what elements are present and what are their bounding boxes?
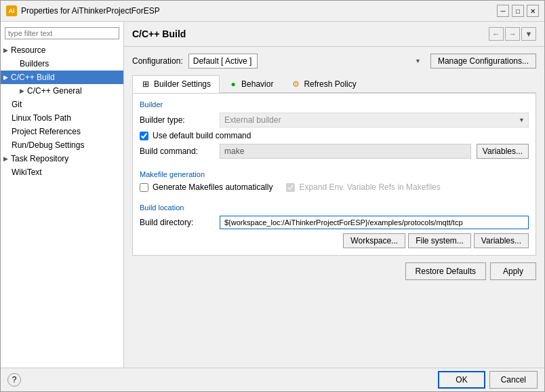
panel-body: Configuration: Default [ Active ] Manage… (124, 47, 544, 368)
makefile-section-label: Makefile generation (140, 170, 529, 178)
tabs-container: ⊞ Builder Settings ● Behavior ⚙ Refresh … (132, 75, 536, 93)
use-default-row: Use default build command (140, 131, 529, 140)
expand-vars-row: Expand Env. Variable Refs in Makefiles (286, 182, 440, 192)
workspace-button[interactable]: Workspace... (343, 233, 405, 248)
sidebar-item-resource[interactable]: ▶ Resource (1, 43, 123, 57)
builder-section: Builder Builder type: External builder (140, 100, 529, 162)
expand-vars-label: Expand Env. Variable Refs in Makefiles (299, 182, 440, 192)
config-label: Configuration: (132, 56, 183, 66)
build-location-label: Build location (140, 203, 529, 212)
nav-buttons: ← → ▼ (489, 27, 536, 41)
arrow-icon: ▶ (3, 155, 8, 162)
tab-label: Refresh Policy (304, 79, 356, 89)
sidebar-item-label: Builders (20, 59, 49, 68)
config-select[interactable]: Default [ Active ] (188, 54, 258, 68)
filter-input[interactable] (5, 27, 119, 39)
expand-vars-checkbox (286, 183, 295, 192)
panel-title: C/C++ Build (132, 28, 186, 39)
refresh-policy-icon: ⚙ (291, 79, 300, 89)
config-select-wrapper: Default [ Active ] (188, 54, 425, 68)
build-dir-label: Build directory: (140, 218, 214, 227)
sidebar-item-label: Task Repository (11, 154, 68, 163)
sidebar-item-cpp-general[interactable]: ▶ C/C++ General (1, 84, 123, 98)
builder-type-row: Builder type: External builder (140, 113, 529, 128)
sidebar-item-cpp-build[interactable]: ▶ C/C++ Build (1, 71, 123, 84)
builder-type-label: Builder type: (140, 115, 214, 125)
manage-configurations-button[interactable]: Manage Configurations... (430, 54, 536, 68)
tab-label: Behavior (241, 79, 273, 89)
main-content: ▶ Resource Builders ▶ C/C++ Build ▶ C/C+… (1, 22, 544, 368)
sidebar-item-project-refs[interactable]: Project References (1, 125, 123, 138)
build-dir-input[interactable] (220, 216, 529, 229)
forward-button[interactable]: → (505, 27, 520, 41)
build-location-section: Build location Build directory: Workspac… (140, 203, 529, 248)
sidebar-item-label: Git (12, 100, 22, 109)
title-controls: ─ □ ✕ (497, 5, 539, 17)
sidebar-item-label: Project References (12, 127, 81, 136)
use-default-label: Use default build command (153, 131, 251, 140)
back-button[interactable]: ← (489, 27, 504, 41)
right-panel: C/C++ Build ← → ▼ Configuration: Default… (124, 22, 544, 368)
build-command-variables-button[interactable]: Variables... (477, 144, 529, 159)
sidebar-item-label: WikiText (12, 168, 42, 177)
arrow-icon: ▶ (20, 87, 24, 94)
sidebar-item-git[interactable]: Git (1, 98, 123, 111)
cancel-button[interactable]: Cancel (489, 371, 538, 389)
tab-builder-settings[interactable]: ⊞ Builder Settings (132, 75, 220, 93)
build-dir-buttons: Workspace... File system... Variables... (140, 233, 529, 248)
ok-button[interactable]: OK (438, 371, 485, 389)
tab-behavior[interactable]: ● Behavior (220, 75, 282, 92)
arrow-icon: ▶ (3, 74, 8, 81)
close-button[interactable]: ✕ (527, 5, 539, 17)
build-dir-row: Build directory: (140, 216, 529, 229)
sidebar-item-linux-tools[interactable]: Linux Tools Path (1, 111, 123, 125)
config-row: Configuration: Default [ Active ] Manage… (132, 54, 536, 68)
sidebar-item-label: C/C++ General (27, 86, 82, 96)
help-button[interactable]: ? (7, 373, 21, 387)
makefile-section: Makefile generation Generate Makefiles a… (140, 170, 529, 195)
settings-area: Builder Builder type: External builder (132, 93, 536, 256)
build-command-label: Build command: (140, 146, 214, 156)
restore-defaults-button[interactable]: Restore Defaults (405, 262, 486, 280)
sidebar-item-label: Run/Debug Settings (12, 140, 84, 150)
arrow-icon: ▶ (3, 47, 8, 54)
panel-header: C/C++ Build ← → ▼ (124, 22, 544, 47)
sidebar-item-label: C/C++ Build (11, 73, 55, 82)
builder-settings-icon: ⊞ (141, 79, 150, 89)
generate-makefiles-checkbox[interactable] (140, 183, 148, 192)
sidebar-item-builders[interactable]: Builders (1, 57, 123, 71)
build-command-input[interactable] (220, 144, 471, 159)
sidebar: ▶ Resource Builders ▶ C/C++ Build ▶ C/C+… (1, 22, 124, 368)
sidebar-item-task-repo[interactable]: ▶ Task Repository (1, 152, 123, 165)
dropdown-button[interactable]: ▼ (521, 27, 536, 41)
file-system-button[interactable]: File system... (408, 233, 471, 248)
apply-button[interactable]: Apply (490, 262, 536, 280)
generate-makefiles-label: Generate Makefiles automatically (153, 182, 272, 192)
title-bar: Ai Properties for AiThinkerProjectForESP… (1, 1, 544, 22)
behavior-icon: ● (228, 79, 238, 89)
makefile-options-row: Generate Makefiles automatically Expand … (140, 182, 529, 195)
maximize-button[interactable]: □ (512, 5, 524, 17)
tabs-area: ⊞ Builder Settings ● Behavior ⚙ Refresh … (132, 75, 536, 256)
sidebar-item-run-debug[interactable]: Run/Debug Settings (1, 138, 123, 152)
tab-refresh-policy[interactable]: ⚙ Refresh Policy (282, 75, 365, 92)
window-title: Properties for AiThinkerProjectForESP (21, 6, 160, 16)
bottom-bar: ? OK Cancel (1, 368, 544, 391)
minimize-button[interactable]: ─ (497, 5, 509, 17)
ok-cancel-buttons: OK Cancel (438, 371, 538, 389)
builder-type-select: External builder (220, 113, 529, 128)
tab-label: Builder Settings (154, 79, 211, 89)
builder-section-label: Builder (140, 100, 529, 109)
sidebar-item-label: Resource (11, 45, 45, 55)
sidebar-item-wikitext[interactable]: WikiText (1, 165, 123, 179)
build-dir-variables-button[interactable]: Variables... (474, 233, 529, 248)
use-default-checkbox[interactable] (140, 132, 148, 140)
build-command-input-wrapper (220, 144, 471, 159)
sidebar-item-label: Linux Tools Path (12, 113, 71, 123)
app-icon: Ai (6, 5, 17, 16)
build-command-row: Build command: Variables... (140, 144, 529, 159)
builder-type-select-wrapper: External builder (220, 113, 529, 128)
restore-apply-row: Restore Defaults Apply (132, 262, 536, 280)
title-bar-left: Ai Properties for AiThinkerProjectForESP (6, 5, 160, 16)
main-window: Ai Properties for AiThinkerProjectForESP… (0, 0, 545, 392)
